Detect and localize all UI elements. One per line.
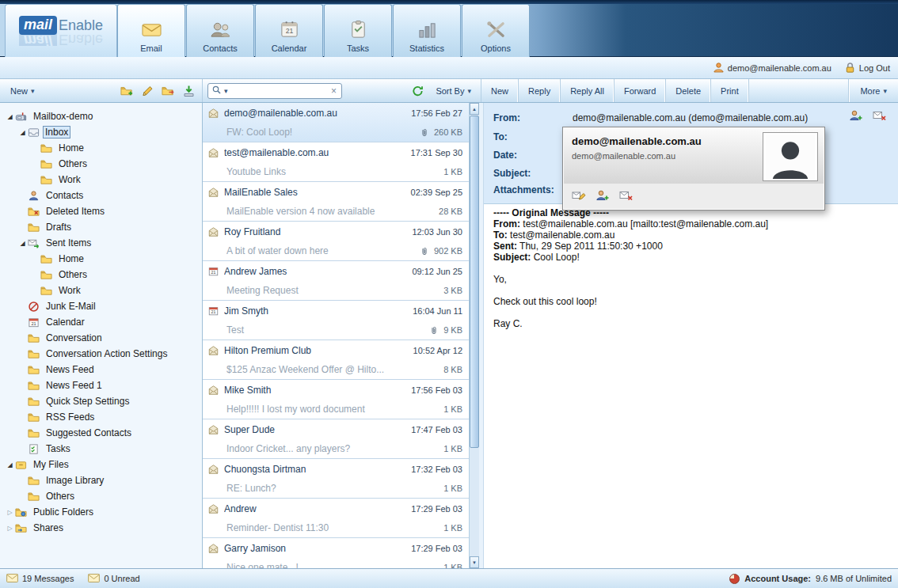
folder-conversation-action-settings[interactable]: Conversation Action Settings [0, 346, 202, 362]
rename-folder-icon[interactable] [141, 85, 154, 97]
reply-button[interactable]: Reply [519, 79, 561, 102]
app-logo: mailEnable mailEnable [5, 4, 117, 57]
move-folder-icon[interactable] [162, 85, 175, 97]
folder-suggested-contacts[interactable]: Suggested Contacts [0, 425, 202, 441]
collapse-arrow-icon[interactable]: ◢ [5, 113, 15, 120]
new-button[interactable]: New [481, 79, 519, 102]
reply-all-button[interactable]: Reply All [561, 79, 615, 102]
import-mail-icon[interactable] [182, 85, 196, 97]
folder-icon [28, 364, 43, 376]
folder-tasks[interactable]: Tasks [0, 441, 202, 457]
folder-others[interactable]: Others [0, 267, 202, 283]
logout-button[interactable]: Log Out [844, 62, 890, 74]
message-size: 1 KB [443, 563, 462, 568]
message-list-scrollbar[interactable]: ▲ ▼ [469, 103, 479, 568]
expand-arrow-icon[interactable]: ▷ [5, 525, 15, 532]
search-input[interactable] [230, 85, 327, 97]
forward-button[interactable]: Forward [615, 79, 666, 102]
message-size: 1 KB [443, 444, 462, 453]
message-sender: Roy Fruitland [224, 226, 407, 237]
folder-shares[interactable]: ▷Shares [0, 520, 202, 536]
tab-options[interactable]: Options [462, 4, 530, 57]
folder-home[interactable]: Home [0, 140, 202, 156]
more-button[interactable]: More▾ [848, 79, 898, 102]
search-scope-chevron-icon[interactable]: ▾ [224, 87, 228, 95]
folder-sent-items[interactable]: ◢Sent Items [0, 235, 202, 251]
status-bar: 19 Messages 0 Unread Account Usage: 9.6 … [0, 568, 898, 588]
folder-rss-feeds[interactable]: RSS Feeds [0, 409, 202, 425]
folder-junk-e-mail[interactable]: Junk E-Mail [0, 298, 202, 314]
collapse-arrow-icon[interactable]: ◢ [17, 129, 28, 136]
print-button[interactable]: Print [711, 79, 749, 102]
folder-work[interactable]: Work [0, 283, 202, 298]
folder-contacts[interactable]: Contacts [0, 188, 202, 203]
paperclip-icon [420, 127, 429, 138]
expand-arrow-icon[interactable]: ▷ [5, 509, 15, 516]
message-item[interactable]: Hilton Premium Club10:52 Apr 12$125 Anza… [203, 340, 469, 380]
folder-deleted-items[interactable]: Deleted Items [0, 203, 202, 219]
junk-icon [28, 301, 43, 313]
message-item[interactable]: Chuongsta Dirtman17:32 Feb 03RE: Lunch?1… [203, 459, 469, 499]
folder-news-feed[interactable]: News Feed [0, 362, 202, 377]
folder-mailbox-demo[interactable]: ◢Mailbox-demo [0, 108, 202, 124]
message-item[interactable]: Mike Smith17:56 Feb 03Help!!!!! I lost m… [203, 380, 469, 419]
refresh-icon[interactable] [411, 85, 424, 97]
folder-image-library[interactable]: Image Library [0, 472, 202, 488]
block-sender-icon[interactable] [873, 109, 887, 124]
create-folder-icon[interactable] [120, 85, 134, 97]
folder-home[interactable]: Home [0, 251, 202, 267]
add-sender-to-contacts-icon[interactable] [849, 109, 863, 124]
folder-quick-step-settings[interactable]: Quick Step Settings [0, 393, 202, 409]
new-folder-menu-button[interactable]: New ▾ [5, 83, 40, 99]
message-item[interactable]: MailEnable Sales02:39 Sep 25MailEnable v… [203, 182, 469, 222]
tab-label: Statistics [409, 44, 444, 53]
delete-button[interactable]: Delete [666, 79, 711, 102]
tab-contacts[interactable]: Contacts [186, 4, 254, 57]
message-item[interactable]: 21Jim Smyth16:04 Jun 11Test9 KB [203, 301, 469, 340]
message-sender: Mike Smith [224, 385, 406, 396]
folder-news-feed-1[interactable]: News Feed 1 [0, 377, 202, 393]
user-email: demo@mailenable.com.au [728, 63, 831, 73]
folder-public-folders[interactable]: ▷Public Folders [0, 504, 202, 520]
clear-search-icon[interactable]: × [329, 85, 338, 97]
message-item[interactable]: Garry Jamison17:29 Feb 03Nice one mate..… [203, 538, 469, 568]
open-envelope-icon [207, 226, 219, 237]
message-item[interactable]: 21Andrew James09:12 Jun 25Meeting Reques… [203, 261, 469, 301]
message-item[interactable]: test@mailenable.com.au17:31 Sep 30Youtub… [203, 142, 469, 182]
tab-statistics[interactable]: Statistics [393, 4, 461, 57]
message-time: 09:12 Jun 25 [412, 267, 462, 276]
message-item[interactable]: demo@mailenable.com.au17:56 Feb 27FW: Co… [203, 103, 469, 142]
add-contact-icon[interactable] [595, 189, 610, 204]
tab-email[interactable]: Email [117, 4, 185, 57]
folder-label: Quick Step Settings [43, 394, 132, 408]
folder-label: My Files [30, 457, 72, 472]
body-line: Check out this cool loop! [493, 296, 892, 307]
open-envelope-icon [207, 108, 219, 119]
folder-work[interactable]: Work [0, 172, 202, 188]
scroll-up-icon[interactable]: ▲ [470, 103, 479, 115]
folder-others[interactable]: Others [0, 156, 202, 172]
sort-by-button[interactable]: Sort By ▾ [436, 86, 474, 96]
scrollbar-thumb[interactable] [470, 116, 479, 448]
more-label: More [860, 86, 880, 96]
send-email-icon[interactable] [572, 189, 586, 204]
folder-others[interactable]: Others [0, 488, 202, 504]
collapse-arrow-icon[interactable]: ◢ [5, 461, 15, 469]
folder-conversation[interactable]: Conversation [0, 330, 202, 346]
folder-my-files[interactable]: ◢My Files [0, 457, 202, 472]
message-item[interactable]: Super Dude17:47 Feb 03Indoor Cricket... … [203, 419, 469, 459]
envelope-icon [6, 574, 18, 584]
tab-tasks[interactable]: Tasks [324, 4, 392, 57]
folder-calendar[interactable]: 21Calendar [0, 314, 202, 330]
scroll-down-icon[interactable]: ▼ [470, 556, 479, 568]
folder-drafts[interactable]: Drafts [0, 219, 202, 235]
message-item[interactable]: Andrew17:29 Feb 03Reminder- Dentist 11:3… [203, 499, 469, 538]
open-envelope-icon [207, 147, 219, 158]
folder-inbox[interactable]: ◢Inbox [0, 124, 202, 140]
message-item[interactable]: Roy Fruitland12:03 Jun 30A bit of water … [203, 222, 469, 261]
logged-in-account: demo@mailenable.com.au [713, 62, 831, 74]
collapse-arrow-icon[interactable]: ◢ [17, 240, 28, 247]
block-contact-icon[interactable] [619, 189, 634, 204]
tab-calendar[interactable]: 21 Calendar [255, 4, 323, 57]
message-time: 17:31 Sep 30 [411, 148, 462, 157]
